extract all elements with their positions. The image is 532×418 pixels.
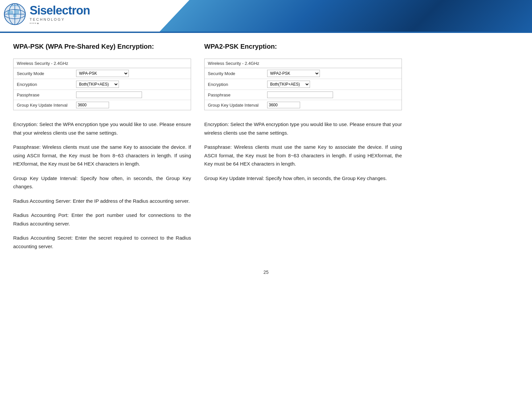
table-row: Encryption Both(TKIP+AES): [205, 79, 402, 90]
right-desc2: Passphrase: Wireless clients must use th…: [204, 143, 402, 168]
left-desc5: Radius Accounting Port: Enter the port n…: [13, 211, 191, 228]
security-mode-label: Security Mode: [205, 68, 264, 79]
left-column: WPA-PSK (WPA Pre-Shared Key) Encryption:…: [13, 43, 191, 256]
right-desc1: Encryption: Select the WPA encryption ty…: [204, 120, 402, 137]
left-desc3: Group Key Update Interval: Specify how o…: [13, 174, 191, 191]
passphrase-value: [73, 90, 191, 100]
group-key-input-right[interactable]: [267, 102, 300, 108]
security-mode-value: WPA2-PSK: [264, 68, 402, 79]
right-column: WPA2-PSK Encryption: Wireless Security -…: [204, 43, 402, 256]
passphrase-label: Passphrase: [205, 90, 264, 100]
logo-text: Siselectron TECHNOLOGY ••••●: [30, 4, 90, 25]
encryption-label: Encryption: [14, 79, 73, 90]
table-row: Group Key Update Interval: [205, 100, 402, 110]
group-key-label: Group Key Update Interval: [14, 100, 73, 110]
svg-rect-6: [7, 11, 13, 14]
passphrase-input[interactable]: [76, 91, 142, 98]
left-wireless-title: Wireless Security - 2.4GHz: [14, 59, 191, 68]
header: Siselectron TECHNOLOGY ••••●: [0, 0, 532, 33]
encryption-label: Encryption: [205, 79, 264, 90]
security-mode-label: Security Mode: [14, 68, 73, 79]
table-row: Passphrase: [14, 90, 191, 100]
passphrase-input-right[interactable]: [267, 91, 333, 98]
table-row: Security Mode WPA2-PSK: [205, 68, 402, 79]
logo-sub: TECHNOLOGY: [30, 17, 90, 21]
page-number: 25: [0, 263, 532, 281]
logo-dots: ••••●: [30, 21, 90, 25]
group-key-label: Group Key Update Interval: [205, 100, 264, 110]
left-section-title: WPA-PSK (WPA Pre-Shared Key) Encryption:: [13, 43, 191, 50]
group-key-value: [73, 100, 191, 110]
svg-rect-8: [13, 14, 16, 17]
table-row: Group Key Update Interval: [14, 100, 191, 110]
left-wireless-box: Wireless Security - 2.4GHz Security Mode…: [13, 59, 191, 110]
encryption-select-right[interactable]: Both(TKIP+AES): [267, 81, 310, 88]
right-wireless-box: Wireless Security - 2.4GHz Security Mode…: [204, 59, 402, 110]
header-bg: [160, 0, 532, 32]
group-key-input[interactable]: [76, 102, 109, 108]
encryption-value: Both(TKIP+AES): [264, 79, 402, 90]
left-wireless-table: Security Mode WPA-PSK Encryption Both(TK…: [14, 68, 191, 110]
encryption-select[interactable]: Both(TKIP+AES): [76, 81, 119, 88]
left-desc1: Encryption: Select the WPA encryption ty…: [13, 120, 191, 137]
right-wireless-title: Wireless Security - 2.4GHz: [205, 59, 402, 68]
right-wireless-table: Security Mode WPA2-PSK Encryption Both(T…: [205, 68, 402, 110]
passphrase-value: [264, 90, 402, 100]
logo-globe-icon: [3, 3, 26, 26]
security-mode-select-right[interactable]: WPA2-PSK: [267, 70, 320, 77]
security-mode-value: WPA-PSK: [73, 68, 191, 79]
table-row: Encryption Both(TKIP+AES): [14, 79, 191, 90]
logo-area: Siselectron TECHNOLOGY ••••●: [3, 3, 90, 26]
table-row: Passphrase: [205, 90, 402, 100]
right-section-title: WPA2-PSK Encryption:: [204, 43, 402, 50]
left-desc4: Radius Accounting Server: Enter the IP a…: [13, 197, 191, 205]
left-desc6: Radius Accounting Secret: Enter the secr…: [13, 234, 191, 250]
security-mode-select[interactable]: WPA-PSK: [76, 70, 129, 77]
group-key-value: [264, 100, 402, 110]
main-content: WPA-PSK (WPA Pre-Shared Key) Encryption:…: [0, 33, 532, 263]
logo-name: Siselectron: [30, 4, 90, 17]
svg-rect-7: [14, 10, 19, 14]
left-desc2: Passphrase: Wireless clients must use th…: [13, 143, 191, 168]
right-desc3: Group Key Update Interval: Specify how o…: [204, 174, 402, 183]
passphrase-label: Passphrase: [14, 90, 73, 100]
table-row: Security Mode WPA-PSK: [14, 68, 191, 79]
encryption-value: Both(TKIP+AES): [73, 79, 191, 90]
